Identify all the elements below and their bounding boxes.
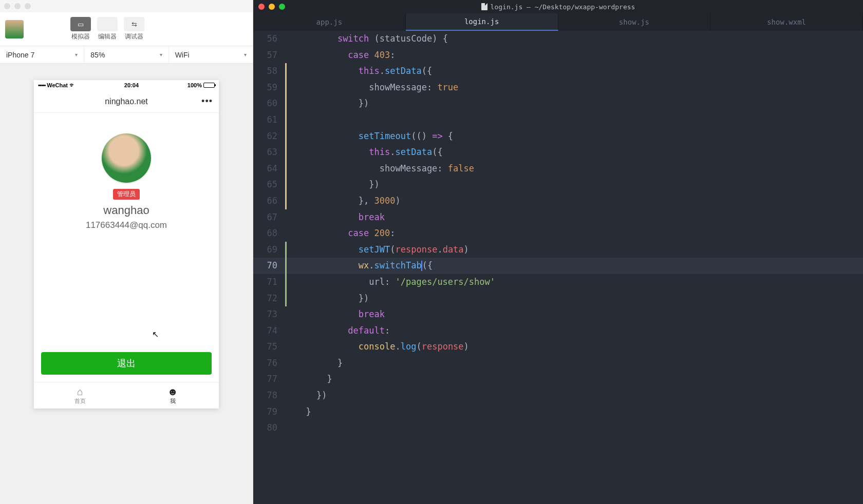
editor-tabs: app.jslogin.jsshow.jsshow.wxml [253,13,863,31]
network-select[interactable]: WiFi▾ [169,46,253,63]
device-select[interactable]: iPhone 7▾ [0,46,84,63]
editor-body: 5657585960616263646566676869707172737475… [253,31,863,504]
toolbar-label: 模拟器 [71,32,90,41]
window-title: login.js — ~/Desktop/wxapp-wordpress [491,3,635,11]
phone-tabbar: ⌂首页☻我 [34,382,219,409]
page-title: ninghao.net [105,97,148,106]
signal-icon: ••••• [38,82,45,88]
traffic-max-icon[interactable] [25,3,31,9]
tab-label: 我 [170,397,176,405]
toolbar-label: 编辑器 [98,32,117,41]
email-label: 117663444@qq.com [86,220,167,230]
toolbar-调试器[interactable]: ⇆调试器 [122,17,146,41]
editor-titlebar: login.js — ~/Desktop/wxapp-wordpress [253,0,863,13]
logout-button[interactable]: 退出 [41,352,212,375]
username-label: wanghao [103,204,149,217]
chevron-down-icon: ▾ [160,52,162,57]
chevron-down-icon: ▾ [75,52,78,57]
simulator-canvas: ↖ ••••• WeChat ᯤ 20:04 100% ninghao.net … [0,64,253,504]
devtools-window: ▭模拟器编辑器⇆调试器 iPhone 7▾ 85%▾ WiFi▾ ↖ •••••… [0,0,253,504]
editor-tab[interactable]: show.js [558,13,711,31]
phone-frame: ••••• WeChat ᯤ 20:04 100% ninghao.net ••… [34,80,219,409]
tab-首页[interactable]: ⌂首页 [34,382,126,409]
simulator-options: iPhone 7▾ 85%▾ WiFi▾ [0,46,253,64]
devtools-toolbar: ▭模拟器编辑器⇆调试器 [0,12,253,46]
editor-tab[interactable]: show.wxml [710,13,863,31]
devtools-titlebar [0,0,253,12]
tab-icon: ☻ [167,386,178,397]
carrier-label: WeChat [47,82,68,88]
battery-label: 100% [187,82,202,88]
toolbar-icon: ⇆ [124,17,144,31]
toolbar-编辑器[interactable]: 编辑器 [96,17,119,41]
tab-icon: ⌂ [77,386,83,397]
tab-label: 首页 [74,397,86,405]
clock-label: 20:04 [124,82,139,88]
phone-navbar: ninghao.net ••• [34,90,219,113]
user-avatar[interactable] [102,133,151,183]
battery-icon [203,83,215,88]
zoom-select[interactable]: 85%▾ [84,46,168,63]
toolbar-icon: ▭ [70,17,91,31]
toolbar-label: 调试器 [125,32,143,41]
editor-tab[interactable]: app.js [253,13,406,31]
role-badge: 管理员 [113,189,140,200]
wifi-icon: ᯤ [69,82,76,89]
file-icon [481,3,487,10]
phone-statusbar: ••••• WeChat ᯤ 20:04 100% [34,80,219,90]
editor-tab[interactable]: login.js [406,13,558,31]
editor-window: login.js — ~/Desktop/wxapp-wordpress app… [253,0,863,504]
phone-content: 管理员 wanghao 117663444@qq.com 退出 [34,113,219,382]
more-icon[interactable]: ••• [201,96,213,107]
toolbar-icon [97,17,118,31]
toolbar-模拟器[interactable]: ▭模拟器 [69,17,92,41]
user-avatar-small[interactable] [5,20,24,38]
traffic-close-icon[interactable] [4,3,10,9]
traffic-min-icon[interactable] [14,3,21,9]
code-area[interactable]: switch (statusCode) { case 403: this.set… [285,31,863,504]
chevron-down-icon: ▾ [244,52,247,57]
tab-我[interactable]: ☻我 [126,382,219,409]
